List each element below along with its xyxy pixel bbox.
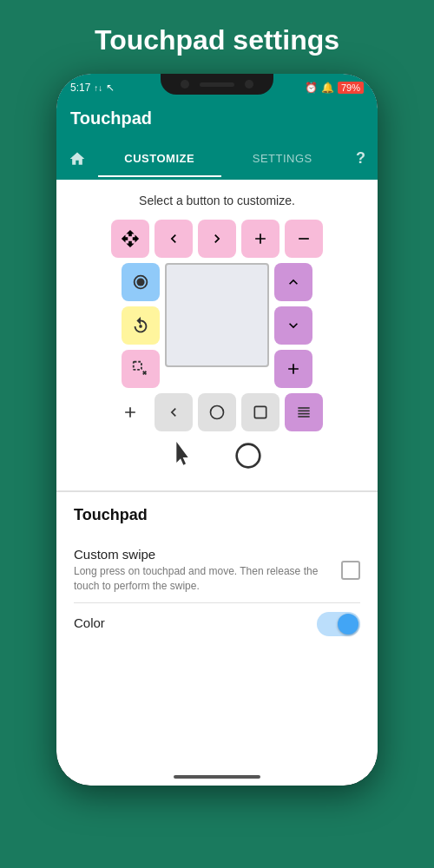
app-bar: Touchpad [56,98,378,139]
button-row-bottom [111,393,323,431]
move-button[interactable] [111,220,149,258]
rotate-button[interactable] [122,306,160,345]
instruction-text: Select a button to customize. [70,194,364,207]
nav-icons-row [70,431,364,480]
down-button[interactable] [274,306,312,345]
status-bar: 5:17 ↑↓ ↖ ⏰ 🔔 79% [56,74,378,98]
record-button[interactable] [122,263,160,301]
cursor-icon: ↖ [106,82,115,94]
touchpad-area[interactable] [165,263,269,367]
page-title: Touchpad settings [77,0,357,74]
svg-rect-3 [134,362,141,370]
middle-section [122,263,312,388]
customize-section: Select a button to customize. [56,180,378,491]
home-indicator-bar [56,768,378,786]
minus-button[interactable] [285,220,323,258]
custom-swipe-desc: Long press on touchpad and move. Then re… [74,564,332,594]
tab-customize[interactable]: CUSTOMIZE [98,141,221,175]
cursor-nav-icon[interactable] [172,442,200,470]
time-display: 5:17 [70,82,90,94]
home-button[interactable] [198,393,236,431]
svg-point-1 [136,278,144,286]
back-button[interactable] [155,393,193,431]
plus-button-1[interactable] [241,220,279,258]
phone-frame: 5:17 ↑↓ ↖ ⏰ 🔔 79% Touchpad [56,74,378,786]
color-label: Color [74,615,105,630]
custom-swipe-row[interactable]: Custom swipe Long press on touchpad and … [74,538,360,603]
svg-point-4 [211,406,224,419]
app-title: Touchpad [70,108,152,128]
custom-swipe-label: Custom swipe [74,547,332,562]
right-button[interactable] [198,220,236,258]
color-row[interactable]: Color [74,603,360,645]
battery-indicator: 79% [338,82,364,94]
signal-icon: ↑↓ [94,83,102,93]
svg-rect-5 [254,406,266,418]
menu-button[interactable] [285,393,323,431]
section-title: Touchpad [74,506,360,524]
color-toggle[interactable] [317,612,360,636]
drag-select-button[interactable] [122,350,160,388]
custom-swipe-checkbox[interactable] [341,561,360,580]
tab-settings[interactable]: SETTINGS [221,141,345,175]
overview-button[interactable] [241,393,279,431]
tab-bar: CUSTOMIZE SETTINGS ? [56,139,378,180]
circle-nav-icon[interactable] [234,442,262,470]
alarm-icon: ⏰ [305,82,318,94]
plus-button-3[interactable] [111,393,149,431]
svg-point-10 [237,444,260,468]
tab-help-button[interactable]: ? [344,139,378,178]
left-button[interactable] [155,220,193,258]
plus-button-2[interactable] [274,350,312,388]
touchpad-settings-section: Touchpad Custom swipe Long press on touc… [56,492,378,659]
up-button[interactable] [274,263,312,301]
sound-icon: 🔔 [321,82,334,94]
button-row-1 [111,220,323,258]
svg-point-2 [139,325,142,328]
tab-home-button[interactable] [56,140,98,178]
